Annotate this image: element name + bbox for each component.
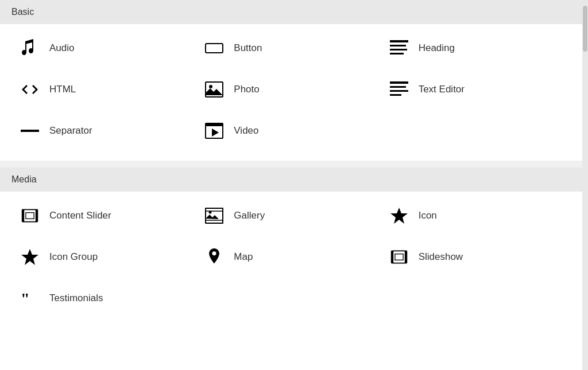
html-widget[interactable]: HTML <box>17 77 196 102</box>
slideshow-widget[interactable]: Slideshow <box>386 244 565 270</box>
audio-icon <box>20 39 40 57</box>
gallery-widget[interactable]: Gallery <box>202 203 380 228</box>
button-label: Button <box>234 42 262 54</box>
photo-widget[interactable]: Photo <box>202 77 380 102</box>
svg-rect-9 <box>390 90 408 92</box>
scrollbar-track[interactable] <box>582 0 588 370</box>
heading-icon <box>389 39 409 57</box>
widget-panel: Basic Audio <box>0 0 582 370</box>
svg-rect-25 <box>391 251 407 263</box>
heading-widget[interactable]: Heading <box>386 36 565 61</box>
basic-items-grid: Audio Button <box>17 36 565 143</box>
scrollbar-thumb[interactable] <box>583 6 587 52</box>
map-pin-icon <box>204 248 225 266</box>
icon-group-label: Icon Group <box>49 251 98 263</box>
svg-point-6 <box>209 85 212 88</box>
content-slider-widget[interactable]: Content Slider <box>17 203 196 228</box>
separator-label: Separator <box>49 125 92 137</box>
basic-section-header: Basic <box>0 0 582 24</box>
media-section-header: Media <box>0 168 582 192</box>
icon-group-star-icon <box>20 248 40 266</box>
svg-rect-28 <box>395 254 403 260</box>
svg-marker-14 <box>212 128 219 137</box>
svg-rect-27 <box>404 251 407 263</box>
svg-rect-1 <box>390 40 408 42</box>
svg-rect-8 <box>390 86 406 88</box>
section-divider <box>0 161 582 168</box>
photo-label: Photo <box>234 84 259 95</box>
gallery-label: Gallery <box>234 210 265 221</box>
svg-rect-22 <box>206 220 223 223</box>
video-icon <box>204 122 225 140</box>
icon-widget[interactable]: Icon <box>386 203 565 228</box>
html-label: HTML <box>49 84 76 95</box>
map-widget[interactable]: Map <box>202 244 380 270</box>
text-editor-icon <box>389 80 409 99</box>
slideshow-icon <box>389 248 409 266</box>
heading-label: Heading <box>419 42 455 54</box>
svg-rect-26 <box>391 251 393 263</box>
svg-marker-24 <box>21 249 38 265</box>
media-items-grid: Content Slider Gallery <box>17 203 565 311</box>
empty-cell <box>386 118 565 143</box>
svg-marker-23 <box>390 208 408 224</box>
svg-rect-3 <box>390 49 407 50</box>
svg-rect-21 <box>206 208 223 211</box>
svg-rect-13 <box>206 123 223 126</box>
svg-rect-16 <box>22 209 25 221</box>
basic-section-content: Audio Button <box>0 24 582 161</box>
media-section-content: Content Slider Gallery <box>0 192 582 328</box>
svg-text:": " <box>21 290 30 307</box>
audio-widget[interactable]: Audio <box>17 36 196 61</box>
svg-rect-10 <box>390 94 401 96</box>
separator-widget[interactable]: Separator <box>17 118 196 143</box>
basic-section: Basic Audio <box>0 0 582 161</box>
separator-icon <box>20 122 40 140</box>
svg-rect-7 <box>390 81 408 84</box>
icon-group-widget[interactable]: Icon Group <box>17 244 196 270</box>
text-editor-widget[interactable]: Text Editor <box>386 77 565 102</box>
photo-icon <box>204 80 225 99</box>
content-slider-label: Content Slider <box>49 210 111 221</box>
testimonials-widget[interactable]: " Testimonials <box>17 286 196 311</box>
svg-rect-17 <box>36 209 38 221</box>
text-editor-label: Text Editor <box>419 84 465 95</box>
media-section: Media Content Slider <box>0 168 582 328</box>
video-label: Video <box>234 125 258 137</box>
svg-rect-0 <box>206 44 223 53</box>
svg-rect-18 <box>26 213 34 219</box>
testimonials-icon: " <box>20 289 40 307</box>
content-slider-icon <box>20 207 40 225</box>
audio-label: Audio <box>49 42 74 54</box>
slideshow-label: Slideshow <box>419 251 463 263</box>
map-label: Map <box>234 251 253 263</box>
svg-rect-15 <box>22 209 38 221</box>
svg-rect-4 <box>390 53 404 54</box>
svg-rect-11 <box>21 130 39 132</box>
gallery-icon <box>204 207 225 225</box>
svg-rect-2 <box>390 45 406 46</box>
icon-label: Icon <box>419 210 437 221</box>
button-widget[interactable]: Button <box>202 36 380 61</box>
video-widget[interactable]: Video <box>202 118 380 143</box>
testimonials-label: Testimonials <box>49 293 103 304</box>
star-icon <box>389 207 409 225</box>
button-icon <box>204 39 225 57</box>
html-icon <box>20 80 40 99</box>
